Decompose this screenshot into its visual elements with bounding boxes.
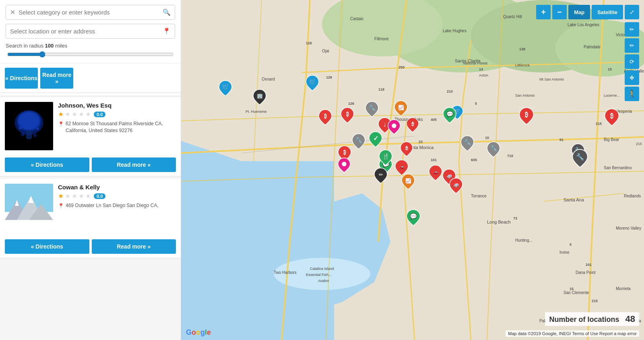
svg-text:710: 710 xyxy=(507,154,513,158)
clear-icon[interactable]: ✕ xyxy=(10,8,15,16)
map-view-button[interactable]: Map xyxy=(568,5,590,19)
location-search-input[interactable] xyxy=(10,28,163,35)
svg-text:Murrieta: Murrieta xyxy=(616,286,631,291)
svg-text:Torrance: Torrance xyxy=(471,194,487,198)
svg-text:🔧: 🔧 xyxy=(464,139,471,146)
rating-badge-2: 0.0 xyxy=(94,112,105,117)
map-pin-bitcoin-2[interactable]: ₿ xyxy=(340,107,355,125)
svg-text:5: 5 xyxy=(570,243,572,247)
map-pin-chat-3[interactable]: 💬 xyxy=(406,209,421,228)
svg-text:Acton: Acton xyxy=(479,73,488,77)
listing-address-2: 📍 62 Monroe St Thousand Palms Riverside … xyxy=(58,120,176,134)
svg-text:✏: ✏ xyxy=(379,172,383,178)
listing-name-3: Cowan & Kelly xyxy=(58,184,176,191)
map-pin-bitcoin-far-right[interactable]: ₿ xyxy=(604,108,620,128)
map-pin-truck-2[interactable]: 🚑 xyxy=(449,177,463,196)
svg-text:₿: ₿ xyxy=(346,111,349,117)
svg-text:San Clemente: San Clemente xyxy=(564,290,589,295)
zoom-in-button[interactable]: + xyxy=(536,5,551,19)
readmore-button-1[interactable]: Read more » xyxy=(40,68,73,89)
edit-blue-button[interactable]: ✏ xyxy=(625,38,639,53)
map-pin-food[interactable]: 🍴 xyxy=(378,149,393,168)
map-pin-wrench-2[interactable]: 🔧 xyxy=(351,133,366,151)
address-icon-3: 📍 xyxy=(58,203,64,209)
map-pin-bitcoin-3[interactable]: ₿ xyxy=(406,117,419,135)
map-pin-pink-1[interactable] xyxy=(387,119,401,137)
locations-count: Number of locations 48 xyxy=(545,312,639,326)
move-button[interactable]: ✥ xyxy=(625,70,639,85)
listing-card-2: Johnson, Wes Esq ★ ★ ★ ★ ★ 0.0 📍 62 Monr… xyxy=(0,97,181,176)
svg-text:₿: ₿ xyxy=(405,145,408,151)
svg-point-119 xyxy=(342,162,346,166)
zoom-out-button[interactable]: − xyxy=(552,5,567,19)
radius-slider[interactable] xyxy=(7,51,173,58)
map-pin-bitcoin-right[interactable]: ₿ xyxy=(518,107,535,127)
directions-button-2[interactable]: « Directions xyxy=(5,158,89,172)
svg-text:↓: ↓ xyxy=(383,121,386,128)
svg-text:215: 215 xyxy=(636,142,642,146)
radius-label: Search in radius 100 miles xyxy=(6,43,175,49)
readmore-button-2[interactable]: Read more » xyxy=(92,158,176,172)
svg-text:✓: ✓ xyxy=(373,135,378,142)
readmore-button-3[interactable]: Read more » xyxy=(92,239,176,254)
svg-text:🍴: 🍴 xyxy=(382,153,390,160)
map-pin-chat-1[interactable]: 💬 xyxy=(442,107,457,125)
svg-text:126: 126 xyxy=(306,41,312,45)
person-button[interactable]: 🚶 xyxy=(625,87,639,101)
location-icon: 📍 xyxy=(163,27,171,35)
edit-map-button[interactable]: ✏ xyxy=(625,22,639,37)
listing-details-2: Johnson, Wes Esq ★ ★ ★ ★ ★ 0.0 📍 62 Monr… xyxy=(58,102,176,134)
map-controls-top-right: + − Map Satellite ⤢ xyxy=(536,5,639,19)
svg-text:Catalina Island: Catalina Island xyxy=(310,267,334,271)
listing-buttons-1: « Directions Read more » xyxy=(0,64,181,93)
map-pin-wrench-4[interactable]: 🔧 xyxy=(486,141,501,160)
svg-text:Long Beach: Long Beach xyxy=(487,220,511,224)
map-pin-wrench-right[interactable]: 🔧 xyxy=(572,148,588,170)
map-pin-trend-1[interactable]: 📈 xyxy=(394,100,408,118)
search-icon: 🔍 xyxy=(163,8,171,16)
svg-text:91: 91 xyxy=(559,138,564,142)
svg-text:🔧: 🔧 xyxy=(369,105,376,112)
satellite-view-button[interactable]: Satellite xyxy=(592,5,623,19)
map-pin-shopping-2[interactable]: 🛒 xyxy=(305,75,320,93)
listing-stars-3: ★ ★ ★ ★ ★ 0.0 xyxy=(58,192,176,200)
map-pin-bitcoin-1[interactable]: ₿ xyxy=(318,109,332,127)
map-pin-edit[interactable]: ✏ xyxy=(374,167,388,186)
svg-text:National Forest: National Forest xyxy=(463,61,488,65)
svg-text:Fillmore: Fillmore xyxy=(374,37,389,41)
svg-text:15: 15 xyxy=(608,67,612,71)
directions-button-3[interactable]: « Directions xyxy=(5,239,89,254)
map-container[interactable]: Santa Clarita Thousand Oaks Santa Monica… xyxy=(181,0,644,340)
svg-text:₿: ₿ xyxy=(411,121,414,127)
star-4: ★ xyxy=(78,192,84,200)
listing-info-3: Cowan & Kelly ★ ★ ★ ★ ★ 0.0 📍 469 Outwat… xyxy=(0,179,181,235)
svg-text:210: 210 xyxy=(447,89,453,93)
map-pin-wrench-3[interactable]: 🔧 xyxy=(460,135,475,153)
listing-stars-2: ★ ★ ★ ★ ★ 0.0 xyxy=(58,110,176,118)
refresh-button[interactable]: ⟳ xyxy=(625,54,639,69)
map-pin-pink-2[interactable] xyxy=(337,157,351,175)
svg-text:Dana Point: Dana Point xyxy=(576,270,596,275)
map-pin-wrench-1[interactable]: 🔧 xyxy=(365,101,379,119)
listing-buttons-2: « Directions Read more » xyxy=(0,153,181,176)
map-pin-building[interactable]: 🏢 xyxy=(252,89,267,107)
directions-button-1[interactable]: « Directions xyxy=(5,68,38,89)
map-pin-car-1[interactable]: 🚗 xyxy=(394,159,409,178)
svg-text:73: 73 xyxy=(513,216,517,220)
map-pin-shopping-1[interactable]: 🛒 xyxy=(218,80,233,98)
svg-text:Littlerock: Littlerock xyxy=(515,63,530,67)
map-pin-car-2[interactable]: 🚗 xyxy=(428,164,443,183)
listing-address-3: 📍 469 Outwater Ln San Diego San Diego CA… xyxy=(58,202,176,209)
svg-text:🛒: 🛒 xyxy=(309,78,316,85)
map-pin-check[interactable]: ✓ xyxy=(368,131,383,149)
listings-container[interactable]: Johnson, Wes Esq ★ ★ ★ ★ ★ 0.0 📍 62 Monr… xyxy=(0,97,181,340)
svg-text:🏢: 🏢 xyxy=(257,93,263,99)
map-pin-bitcoin-5[interactable]: ₿ xyxy=(400,141,413,159)
expand-button[interactable]: ⤢ xyxy=(625,5,639,19)
svg-text:🚑: 🚑 xyxy=(453,182,459,188)
svg-text:5: 5 xyxy=(475,102,477,106)
svg-text:Quartz Hill: Quartz Hill xyxy=(503,15,522,19)
listing-buttons-3: « Directions Read more » xyxy=(0,235,181,258)
svg-text:₿: ₿ xyxy=(610,112,613,119)
keyword-search-input[interactable] xyxy=(19,9,163,16)
